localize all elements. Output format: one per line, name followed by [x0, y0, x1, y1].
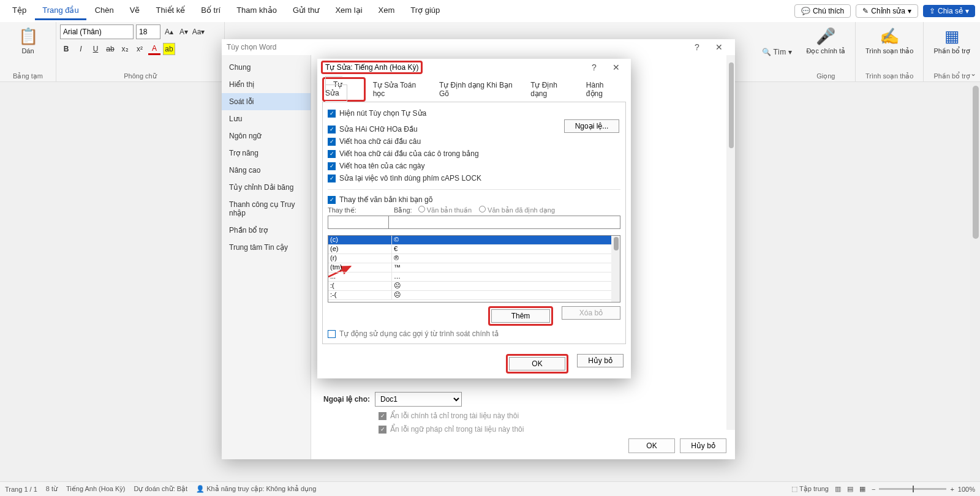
menu-home[interactable]: Trang đầu	[35, 2, 86, 20]
replace-input[interactable]	[328, 216, 389, 229]
view-read-icon[interactable]: ▥	[835, 485, 841, 493]
sidebar-proofing[interactable]: Soát lỗi	[222, 93, 311, 110]
change-case-icon[interactable]: Aa▾	[192, 26, 205, 38]
ac-cancel-button[interactable]: Hủy bỏ	[577, 354, 624, 367]
view-web-icon[interactable]: ▦	[859, 485, 865, 493]
help-icon[interactable]: ?	[583, 62, 605, 72]
table-scrollbar[interactable]	[611, 236, 620, 302]
tab-math[interactable]: Tự Sửa Toán học	[366, 77, 432, 102]
hide-grammar-check[interactable]: ✓Ẩn lỗi ngữ pháp chỉ trong tài liệu này …	[379, 425, 717, 434]
status-predict[interactable]: Dự đoán chữ: Bật	[134, 485, 188, 493]
italic-icon[interactable]: I	[75, 43, 87, 55]
view-print-icon[interactable]: ▤	[847, 485, 853, 493]
increase-font-icon[interactable]: A▴	[163, 26, 175, 38]
zoom-value[interactable]: 100%	[958, 486, 975, 493]
paste-button[interactable]: 📋 Dán	[4, 24, 52, 57]
zoom-out-icon[interactable]: −	[872, 486, 875, 493]
decrease-font-icon[interactable]: A▾	[178, 26, 190, 38]
menu-view[interactable]: Xem	[371, 2, 402, 20]
sidebar-display[interactable]: Hiển thị	[222, 76, 311, 93]
status-words[interactable]: 8 từ	[46, 485, 58, 493]
delete-button[interactable]: Xóa bỏ	[562, 306, 620, 320]
menu-draw[interactable]: Vẽ	[123, 2, 148, 20]
table-row: (r)®	[328, 254, 620, 263]
scrollbar-vertical[interactable]	[970, 82, 980, 481]
sidebar-trust[interactable]: Trung tâm Tin cậy	[222, 239, 311, 256]
check-table-cell[interactable]: ✓Viết hoa chữ cái đầu của các ô trong bả…	[328, 149, 620, 158]
check-day-names[interactable]: ✓Viết hoa tên của các ngày	[328, 162, 620, 170]
ac-ok-button[interactable]: OK	[509, 357, 565, 370]
sidebar-advanced[interactable]: Nâng cao	[222, 162, 311, 179]
menu-references[interactable]: Tham khảo	[229, 2, 284, 20]
scrollbar-thumb[interactable]	[973, 86, 979, 239]
addin-button[interactable]: ▦Phần bổ trợ	[927, 24, 976, 58]
table-thumb[interactable]	[614, 237, 619, 250]
options-scrollbar[interactable]	[726, 55, 735, 430]
highlight-icon[interactable]: ab	[163, 43, 175, 55]
editor-button[interactable]: ✍️Trình soạn thảo	[859, 24, 919, 58]
sidebar-accessibility[interactable]: Trợ năng	[222, 145, 311, 162]
replacements-table[interactable]: (c)© (e)€ (r)® (tm)™ ...… :(☹ :-(☹	[328, 235, 620, 302]
sidebar-addins[interactable]: Phần bổ trợ	[222, 222, 311, 239]
menu-mailings[interactable]: Gửi thư	[285, 2, 326, 20]
strike-icon[interactable]: ab	[104, 43, 116, 55]
sidebar-customize-ribbon[interactable]: Tủy chỉnh Dải băng	[222, 179, 311, 196]
menu-insert[interactable]: Chèn	[88, 2, 121, 20]
sidebar-general[interactable]: Chung	[222, 59, 311, 76]
find-button[interactable]: 🔍 Tìm ▾	[762, 48, 791, 56]
menu-layout[interactable]: Bố trí	[194, 2, 228, 20]
clipboard-group: 📋 Dán Bảng tạm	[0, 22, 56, 81]
radio-plain[interactable]: Văn bản thuần	[418, 206, 472, 214]
tab-autoformat[interactable]: Tự Định dạng	[523, 77, 579, 102]
collapse-ribbon-icon[interactable]: ⌄	[970, 69, 976, 78]
subscript-icon[interactable]: x₂	[119, 43, 131, 55]
menu-design[interactable]: Thiết kế	[148, 2, 192, 20]
table-row: :-(☹	[328, 291, 620, 300]
sidebar-quick-access[interactable]: Thanh công cụ Truy nhập	[222, 196, 311, 222]
tab-autocorrect[interactable]: Tự Sửa	[325, 76, 347, 102]
zoom-in-icon[interactable]: +	[950, 486, 954, 493]
check-caps-lock[interactable]: ✓Sửa lại việc vô tình dùng phím cAPS LOC…	[328, 174, 620, 182]
zoom-slider[interactable]	[879, 488, 946, 490]
tab-autoformat-type[interactable]: Tự Định dạng Khi Bạn Gõ	[432, 77, 523, 102]
exceptions-doc-combo[interactable]: Doc1	[375, 392, 462, 407]
status-access[interactable]: 👤 Khả năng truy cập: Không khả dụng	[196, 485, 316, 493]
menu-file[interactable]: Tệp	[5, 2, 34, 20]
options-ok-button[interactable]: OK	[628, 438, 675, 453]
status-pages[interactable]: Trang 1 / 1	[5, 486, 37, 493]
close-icon[interactable]: ✕	[708, 42, 730, 52]
font-name-combo[interactable]	[60, 24, 134, 39]
bold-icon[interactable]: B	[60, 43, 72, 55]
font-size-combo[interactable]	[136, 24, 160, 39]
sidebar-save[interactable]: Lưu	[222, 110, 311, 127]
tab-actions[interactable]: Hành động	[579, 77, 626, 102]
radio-formatted[interactable]: Văn bản đã định dạng	[479, 206, 555, 214]
chevron-down-icon: ▾	[908, 7, 911, 15]
with-input[interactable]	[388, 216, 620, 229]
font-color-icon[interactable]: A	[148, 43, 160, 55]
show-tips-check[interactable]: ✓Hiện nút Tùy chọn Tự Sửa	[328, 109, 620, 118]
use-speller-check[interactable]: Tự động sử dụng các gợi ý từ trình soát …	[328, 329, 620, 338]
options-scrollbar-thumb[interactable]	[729, 62, 734, 148]
share-button[interactable]: ⇪Chia sẻ▾	[923, 5, 975, 17]
status-lang[interactable]: Tiếng Anh (Hoa Kỳ)	[66, 485, 125, 493]
replace-as-type-check[interactable]: ✓Thay thế văn bản khi bạn gõ	[328, 195, 620, 204]
font-group: A▴ A▾ Aa▾ B I U ab x₂ x² A ab Phông chữ	[56, 22, 225, 81]
underline-icon[interactable]: U	[89, 43, 102, 55]
status-focus[interactable]: ⬚ Tập trung	[791, 485, 829, 493]
check-first-sentence[interactable]: ✓Viết hoa chữ cái đầu câu	[328, 137, 620, 146]
help-icon[interactable]: ?	[686, 42, 708, 52]
add-button[interactable]: Thêm	[491, 309, 550, 323]
with-label: Bằng:	[394, 206, 412, 214]
options-cancel-button[interactable]: Hủy bỏ	[680, 438, 726, 453]
exceptions-button[interactable]: Ngoại lệ...	[564, 119, 619, 133]
menu-help[interactable]: Trợ giúp	[403, 2, 447, 20]
comments-button[interactable]: 💬Chú thích	[794, 4, 851, 18]
superscript-icon[interactable]: x²	[134, 43, 146, 55]
close-icon[interactable]: ✕	[605, 62, 627, 72]
menu-review[interactable]: Xem lại	[328, 2, 369, 20]
sidebar-language[interactable]: Ngôn ngữ	[222, 127, 311, 145]
hide-spell-check[interactable]: ✓Ẩn lỗi chính tả chỉ trong tài liệu này …	[379, 411, 717, 420]
editing-dropdown[interactable]: ✎Chỉnh sửa▾	[856, 4, 918, 18]
dictate-button[interactable]: 🎤Đọc chính tả	[801, 24, 852, 58]
